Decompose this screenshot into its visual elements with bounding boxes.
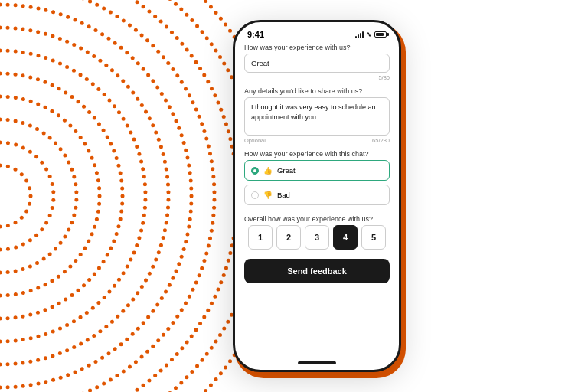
- svg-point-291: [6, 3, 10, 7]
- home-indicator: [235, 356, 399, 370]
- svg-point-420: [166, 327, 170, 331]
- svg-point-412: [198, 273, 201, 277]
- radio-great[interactable]: 👍 Great: [244, 160, 390, 181]
- svg-point-556: [204, 0, 207, 3]
- svg-point-458: [228, 137, 232, 141]
- svg-point-559: [219, 17, 223, 21]
- q2-textarea[interactable]: I thought it was very easy to schedule a…: [244, 97, 390, 136]
- svg-point-200: [122, 271, 126, 275]
- svg-point-56: [67, 228, 70, 232]
- svg-point-453: [216, 100, 220, 104]
- svg-point-124: [97, 122, 101, 126]
- svg-point-40: [28, 124, 32, 128]
- svg-point-560: [224, 23, 227, 27]
- svg-point-331: [189, 210, 193, 214]
- svg-point-343: [160, 296, 164, 300]
- svg-point-167: [51, 59, 55, 63]
- svg-point-322: [182, 141, 186, 145]
- svg-point-95: [83, 246, 87, 250]
- svg-point-323: [184, 149, 188, 152]
- q1-section: How was your experience with us? Great 5…: [244, 44, 390, 81]
- svg-point-330: [189, 202, 193, 206]
- svg-point-45: [59, 147, 63, 151]
- svg-point-378: [140, 33, 144, 37]
- svg-point-447: [194, 60, 198, 64]
- svg-point-478: [216, 288, 220, 292]
- svg-point-6: [28, 186, 31, 190]
- svg-point-151: [57, 302, 61, 305]
- svg-point-244: [148, 116, 152, 120]
- svg-point-272: [116, 315, 119, 318]
- svg-point-13: [0, 225, 2, 229]
- svg-point-610: [214, 377, 217, 381]
- svg-point-332: [188, 217, 192, 221]
- svg-point-480: [210, 302, 214, 305]
- rating-btn-1[interactable]: 1: [248, 225, 273, 250]
- radio-bad[interactable]: 👎 Bad: [244, 185, 390, 205]
- svg-point-234: [98, 59, 102, 63]
- svg-point-143: [102, 260, 106, 263]
- svg-point-366: [14, 385, 18, 389]
- svg-point-349: [131, 332, 135, 336]
- svg-point-388: [188, 93, 191, 97]
- svg-point-108: [0, 294, 2, 298]
- svg-point-199: [126, 265, 129, 269]
- svg-point-54: [72, 214, 76, 217]
- svg-point-146: [87, 278, 91, 282]
- radio-bad-label: Bad: [277, 191, 290, 199]
- svg-point-35: [0, 248, 2, 252]
- svg-point-300: [73, 18, 77, 22]
- svg-point-503: [201, 30, 204, 34]
- svg-point-205: [96, 301, 100, 305]
- svg-point-337: [180, 255, 184, 259]
- svg-point-393: [202, 129, 206, 133]
- svg-point-340: [171, 276, 175, 280]
- svg-point-164: [29, 52, 33, 56]
- svg-point-494: [142, 384, 145, 387]
- svg-point-404: [211, 214, 215, 217]
- svg-point-212: [51, 329, 55, 333]
- svg-point-58: [59, 241, 63, 245]
- svg-point-235: [104, 64, 108, 67]
- q1-label: How was your experience with us?: [244, 44, 390, 51]
- svg-point-371: [95, 3, 99, 7]
- svg-point-284: [36, 358, 40, 362]
- q1-input[interactable]: Great: [244, 54, 390, 73]
- svg-point-75: [50, 109, 54, 113]
- svg-point-194: [139, 229, 143, 233]
- svg-point-482: [202, 315, 206, 318]
- svg-point-41: [35, 127, 39, 131]
- svg-point-508: [222, 62, 226, 66]
- svg-point-154: [36, 311, 40, 315]
- svg-point-135: [120, 202, 124, 206]
- svg-point-267: [140, 285, 144, 289]
- svg-point-313: [151, 79, 155, 83]
- svg-point-430: [109, 377, 113, 381]
- svg-point-67: [0, 271, 2, 275]
- svg-point-277: [86, 338, 90, 341]
- svg-point-324: [185, 155, 189, 159]
- svg-point-207: [85, 311, 89, 315]
- svg-point-326: [188, 171, 192, 175]
- svg-point-321: [180, 133, 184, 137]
- svg-point-224: [28, 28, 32, 32]
- svg-point-215: [29, 336, 33, 340]
- svg-point-259: [163, 228, 167, 232]
- svg-point-499: [179, 8, 183, 11]
- svg-point-136: [119, 210, 123, 214]
- svg-point-318: [171, 112, 175, 116]
- rating-btn-2[interactable]: 2: [276, 225, 301, 250]
- rating-btn-3[interactable]: 3: [305, 225, 329, 250]
- rating-btn-5[interactable]: 5: [361, 225, 386, 250]
- svg-point-293: [21, 4, 25, 8]
- svg-point-126: [106, 135, 109, 139]
- send-feedback-button[interactable]: Send feedback: [244, 259, 390, 283]
- svg-point-282: [51, 354, 54, 358]
- svg-point-148: [76, 289, 80, 292]
- rating-btn-4[interactable]: 4: [333, 225, 358, 250]
- svg-point-93: [90, 232, 94, 236]
- q2-counter: 65/280: [372, 137, 390, 144]
- svg-point-91: [95, 217, 99, 221]
- svg-point-66: [6, 270, 10, 274]
- svg-point-184: [137, 152, 141, 156]
